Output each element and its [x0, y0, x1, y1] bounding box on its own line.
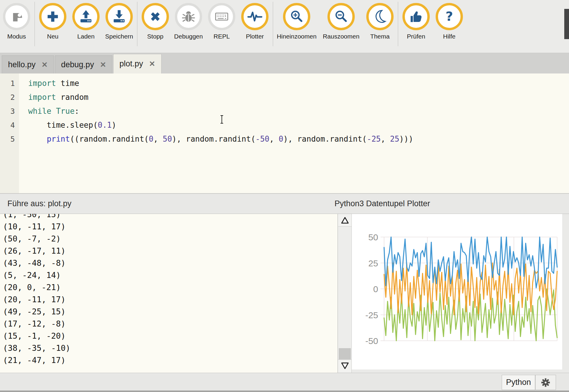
toolbar-button-hineinzoomen[interactable]: Hineinzoomen [274, 0, 319, 40]
shell-output-line: (15, -1, -20) [3, 330, 71, 342]
svg-text:?: ? [445, 9, 453, 24]
toolbar-button-modus[interactable]: Modus [0, 0, 33, 40]
code-line: import random [28, 90, 569, 104]
keyboard-icon [208, 3, 235, 30]
shell-output-line: (1, -50, 15) [3, 214, 71, 220]
shell-output-line: (20, 0, -21) [3, 281, 71, 293]
shell-output-line: (38, -35, -10) [3, 342, 71, 354]
code-line: print((random.randint(0, 50), random.ran… [28, 132, 569, 146]
triangle-up-icon [341, 216, 349, 224]
shell-output-lines: (1, -50, 15)(10, -11, 17)(50, -7, -2)(26… [3, 214, 71, 366]
triangle-down-icon [341, 362, 349, 370]
shell-output-line: (21, -47, 17) [3, 354, 71, 366]
panel-header-bar: Führe aus: plot.py Python3 Datentupel Pl… [0, 193, 569, 214]
tab-hello-py[interactable]: hello.py✕ [2, 55, 54, 73]
plotter-chart: 50250-25-50 [352, 214, 562, 369]
close-icon[interactable]: ✕ [149, 60, 155, 68]
toolbar-separator [398, 2, 398, 46]
tab-debug-py[interactable]: debug.py✕ [55, 55, 112, 73]
plotter-title: Python3 Datentupel Plotter [335, 199, 430, 208]
code-line: import time [28, 76, 569, 90]
tab-label: plot.py [119, 59, 143, 68]
status-bar: Python [0, 373, 569, 392]
window-bottom-edge [0, 391, 569, 392]
y-axis-tick-label: -50 [365, 336, 378, 346]
shell-output-line: (17, -12, -8) [3, 318, 71, 330]
code-area[interactable]: import timeimport randomwhile True: time… [19, 73, 569, 193]
shell-output-line: (49, -25, 15) [3, 305, 71, 318]
gear-icon [539, 376, 552, 389]
tab-label: debug.py [61, 60, 94, 69]
toolbar-button-label: Modus [7, 33, 26, 40]
line-number: 3 [0, 104, 19, 118]
toolbar-button-label: Hineinzoomen [277, 33, 317, 40]
line-number-gutter: 12345 [0, 73, 19, 196]
zoom-in-icon [283, 3, 310, 30]
toolbar-button-debuggen[interactable]: Debuggen [172, 0, 205, 40]
scroll-up-button[interactable] [338, 214, 351, 227]
scroll-down-button[interactable] [338, 359, 351, 372]
toolbar-button-hilfe[interactable]: ?Hilfe [433, 0, 466, 40]
toolbar-separator [273, 2, 273, 46]
toolbar-button-repl[interactable]: REPL [205, 0, 238, 40]
interpreter-button[interactable]: Python [502, 375, 535, 390]
toolbar-button-label: Speichern [105, 33, 133, 40]
upload-icon [72, 3, 100, 30]
bug-icon [175, 3, 202, 30]
close-icon[interactable]: ✕ [41, 60, 48, 69]
moon-icon [366, 3, 394, 30]
line-number: 2 [0, 90, 19, 104]
line-number: 4 [0, 118, 19, 132]
toolbar-button-label: Rauszoomen [323, 33, 359, 40]
line-chart: 50250-25-50 [352, 214, 562, 369]
toolbar-button-thema[interactable]: Thema [363, 0, 397, 40]
settings-button[interactable] [535, 375, 556, 390]
shell-output-line: (10, -11, 17) [3, 220, 71, 233]
shell-output-line: (20, -11, 17) [3, 293, 71, 305]
plus-icon [39, 3, 66, 30]
zoom-out-icon [327, 3, 355, 30]
toolbar-button-neu[interactable]: Neu [36, 0, 69, 40]
shell-output-line: (43, -48, -8) [3, 257, 71, 269]
toolbar-button-rauszoomen[interactable]: Rauszoomen [319, 0, 363, 40]
pulse-icon [241, 3, 268, 30]
line-number: 1 [0, 76, 19, 90]
code-editor[interactable]: 12345 import timeimport randomwhile True… [0, 73, 569, 193]
interpreter-label: Python [506, 378, 531, 387]
window-scrollbar-thumb[interactable] [564, 9, 569, 39]
close-icon[interactable]: ✕ [100, 60, 106, 69]
download-icon [106, 3, 133, 30]
toolbar-button-label: Prüfen [407, 33, 425, 40]
shell-output[interactable]: (1, -50, 15)(10, -11, 17)(50, -7, -2)(26… [0, 214, 338, 373]
toolbar-button-stopp[interactable]: Stopp [139, 0, 172, 40]
shell-run-label: Führe aus: plot.py [7, 199, 71, 208]
toolbar-button-speichern[interactable]: Speichern [103, 0, 136, 40]
shell-output-line: (26, -17, 11) [3, 245, 71, 257]
shell-output-line: (5, -24, 14) [3, 269, 71, 281]
editor-tab-bar: hello.py✕debug.py✕plot.py✕ [0, 53, 569, 73]
toolbar-button-label: Neu [47, 33, 59, 40]
toolbar-button-plotter[interactable]: Plotter [238, 0, 271, 40]
thumbs-up-icon [402, 3, 430, 30]
y-axis-tick-label: 50 [368, 232, 378, 242]
toolbar-button-label: Laden [77, 33, 95, 40]
tab-plot-py[interactable]: plot.py✕ [113, 54, 162, 73]
tab-label: hello.py [8, 60, 36, 69]
line-number: 5 [0, 132, 19, 146]
toolbar-button-label: REPL [214, 33, 230, 40]
toolbar-button-pruefen[interactable]: Prüfen [399, 0, 433, 40]
code-line: while True: [28, 104, 569, 118]
y-axis-tick-label: 0 [373, 284, 378, 294]
toolbar-button-label: Hilfe [443, 33, 455, 40]
toolbar-button-label: Stopp [147, 33, 164, 40]
stop-x-icon [142, 3, 169, 30]
shell-output-line: (50, -7, -2) [3, 233, 71, 245]
code-line: time.sleep(0.1) [28, 118, 569, 132]
toolbar-button-label: Thema [370, 33, 389, 40]
question-icon: ? [436, 3, 463, 30]
toolbar-button-laden[interactable]: Laden [69, 0, 103, 40]
thonny-window: ModusNeuLadenSpeichernStoppDebuggenREPLP… [0, 0, 569, 392]
y-axis-tick-label: 25 [368, 258, 378, 268]
shell-scrollbar[interactable] [338, 214, 352, 373]
toolbar-button-label: Plotter [246, 33, 264, 40]
